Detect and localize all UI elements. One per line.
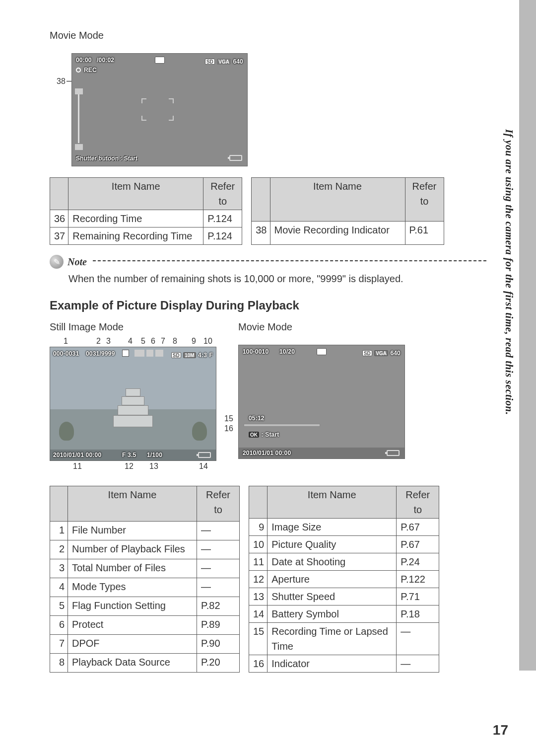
size-label: 640 (233, 58, 243, 65)
ok-badge: OK (249, 432, 259, 438)
still-cl-12: 12 (125, 462, 134, 471)
still-cl-11: 11 (73, 462, 82, 471)
still-cl-14: 14 (199, 462, 208, 471)
still-file-id: 000-0031 (53, 350, 79, 357)
still-cl-9: 9 (192, 337, 196, 346)
movie-playback-screen: 100-0010 10/20 SD VGA 640 05:12 OK : Sta… (238, 345, 405, 459)
flag-icon (134, 350, 144, 357)
note-icon: ✎ (50, 255, 64, 269)
still-cl-8: 8 (173, 337, 177, 346)
still-cl-3: 3 (106, 337, 111, 346)
still-playback-screen: 000-0031 0031/9999 SD 10M 4:3 F 2010/01/… (50, 347, 216, 461)
still-ratio: 4:3 (198, 352, 207, 359)
movie-date: 2010/01/01 00:00 (243, 450, 291, 456)
exposure-slider (78, 93, 79, 143)
movie-cl-15: 15 (224, 414, 233, 423)
movie-mode-screen: 00:00 /00:02 REC SD VGA 640 (71, 53, 248, 166)
page-number: 17 (493, 722, 508, 738)
still-cl-10: 10 (203, 337, 212, 346)
still-cl-6: 6 (151, 337, 155, 346)
still-battery-icon (198, 452, 211, 458)
note-body: When the number of remaining shots is 10… (68, 272, 486, 286)
still-cl-13: 13 (149, 462, 158, 471)
battery-icon (229, 155, 242, 161)
movie-table-left: Item Name Refer to 36Recording TimeP.124… (50, 177, 242, 245)
movie-pb-title: Movie Mode (238, 321, 405, 333)
protect-icon (146, 350, 153, 357)
still-size-badge: 10M (183, 352, 196, 358)
dpof-icon (155, 350, 163, 357)
callout-38: 38 (57, 77, 66, 86)
still-cl-7: 7 (161, 337, 165, 346)
still-mode-title: Still Image Mode (50, 321, 216, 333)
still-sd-badge: SD (171, 352, 181, 358)
sd-badge: SD (205, 59, 215, 65)
progress-bar (244, 424, 320, 427)
movie-mode-icon (317, 348, 327, 355)
movie-size: 640 (390, 350, 401, 357)
shutter-hint: Shutter butoon : Start (76, 155, 137, 162)
movie-table-right: Item Name Refer to 38Movie Recording Ind… (251, 177, 444, 245)
movie-count: 10/20 (279, 348, 295, 355)
still-cl-5: 5 (141, 337, 145, 346)
movie-vga-badge: VGA (374, 350, 388, 356)
movie-lapse: 05:12 (249, 415, 265, 422)
play-icon (122, 350, 129, 357)
slider-top-icon (75, 88, 83, 94)
slider-bottom-icon (75, 144, 83, 150)
note-label: Note (67, 256, 87, 268)
still-compress: F (209, 352, 213, 359)
playback-table-left: Item Name Refer to 1File Number— 2Number… (50, 486, 240, 673)
rec-indicator-dot (76, 68, 81, 73)
elapsed-time: 00:00 (76, 57, 92, 64)
remaining-time: /00:02 (97, 57, 114, 64)
movie-battery-icon (387, 450, 400, 456)
playback-heading: Example of Picture Display During Playba… (50, 299, 486, 312)
still-cl-2: 2 (96, 337, 101, 346)
movie-mode-title: Movie Mode (50, 30, 486, 41)
movie-file-id: 100-0010 (243, 348, 268, 355)
movie-cl-16: 16 (224, 424, 233, 433)
rec-label: REC (84, 67, 97, 74)
vga-badge: VGA (217, 59, 231, 65)
still-cl-1: 1 (64, 337, 68, 346)
still-shutter: 1/100 (147, 452, 162, 458)
still-date: 2010/01/01 00:00 (53, 452, 101, 458)
still-cl-4: 4 (128, 337, 133, 346)
still-aperture: F 3.5 (122, 452, 136, 458)
playback-table-right: Item Name Refer to 9Image SizeP.67 10Pic… (249, 486, 439, 673)
mode-icon (155, 57, 165, 64)
still-count: 0031/9999 (86, 350, 115, 357)
ok-hint: : Start (261, 431, 279, 438)
movie-sd-badge: SD (362, 350, 372, 356)
